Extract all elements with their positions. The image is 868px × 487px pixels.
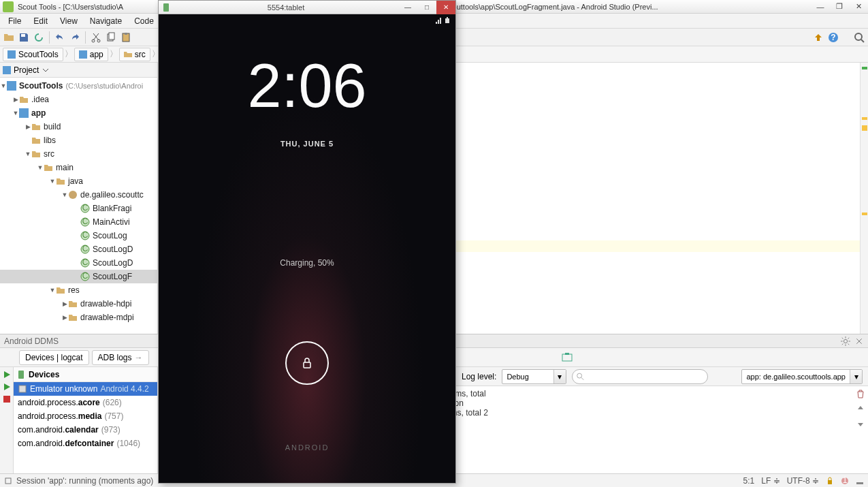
scroll-up-icon[interactable] [856,404,865,413]
emu-minimize-button[interactable]: — [398,1,417,14]
hide-icon[interactable] [854,336,864,346]
tree-node[interactable]: CScoutLogF [0,270,157,283]
help-icon[interactable]: ? [827,31,839,44]
status-icon [4,477,12,485]
project-panel-header[interactable]: Project [0,63,157,78]
expand-icon[interactable]: ▶ [25,123,31,130]
screenshot-icon[interactable] [562,352,573,363]
stop-icon[interactable] [2,394,12,404]
process-row[interactable]: android.process.acore (626) [14,396,157,409]
tree-node[interactable]: CScoutLogD [0,242,157,256]
app-filter-combo[interactable]: app: de.galileo.scouttools.app ▾ [741,369,863,384]
menu-view[interactable]: View [54,15,83,27]
expand-icon[interactable]: ▼ [49,287,56,294]
tree-root[interactable]: ▼ ScoutTools (C:\Users\studio\Androi [0,79,157,93]
chevron-down-icon[interactable] [42,66,50,74]
tree-node[interactable]: ▼main [0,161,157,174]
expand-icon[interactable]: ▶ [61,300,68,307]
tree-node[interactable]: ▶drawable-hdpi [0,297,157,311]
tab-devices-logcat[interactable]: Devices | logcat [19,350,89,365]
crumb-app[interactable]: app [74,48,108,61]
tree-node[interactable]: ▶drawable-mdpi [0,311,157,324]
emulator-titlebar[interactable]: 5554:tablet — □ ✕ [159,1,455,14]
device-row[interactable]: Emulator unknown Android 4.4.2 [14,382,157,396]
minimize-button[interactable]: — [811,0,830,14]
logcat-search-input[interactable] [587,373,703,381]
prev-highlight-icon[interactable] [812,31,824,44]
gear-icon[interactable] [841,336,850,346]
svg-text:?: ? [831,33,835,42]
process-row[interactable]: com.android.calendar (973) [14,423,157,437]
chevron-down-icon[interactable]: ▾ [553,370,566,383]
chevron-down-icon[interactable]: ▾ [850,370,862,383]
tree-node[interactable]: ▶.idea [0,93,157,106]
process-row[interactable]: android.process.media (757) [14,409,157,423]
file-encoding[interactable]: UTF-8 ≑ [787,476,819,486]
maximize-button[interactable]: ❐ [830,0,849,14]
emulator-window[interactable]: 5554:tablet — □ ✕ 2:06 THU, JUNE 5 Charg… [158,0,456,484]
menu-navigate[interactable]: Navigate [84,15,127,27]
menu-code[interactable]: Code [129,15,159,27]
class-icon: C [80,231,90,240]
emulator-statusbar [436,17,451,24]
tree-node[interactable]: ▼de.galileo.scouttc [0,188,157,202]
svg-rect-15 [19,108,29,118]
scroll-down-icon[interactable] [856,419,865,428]
tree-node[interactable]: ▼app [0,106,157,120]
emu-maximize-button[interactable]: □ [417,1,436,14]
tree-node[interactable]: ▶build [0,120,157,133]
logcat-search[interactable] [572,369,708,384]
tree-hint: (C:\Users\studio\Androi [65,82,143,90]
undo-icon[interactable] [54,31,66,44]
expand-icon[interactable]: ▼ [0,82,7,89]
tree-node[interactable]: ▼java [0,174,157,188]
save-icon[interactable] [18,31,30,44]
caret-position[interactable]: 5:1 [743,476,755,486]
process-row[interactable]: com.android.defcontainer (1046) [14,437,157,450]
tree-node[interactable]: CScoutLogD [0,256,157,270]
project-tree[interactable]: ▼ ScoutTools (C:\Users\studio\Androi ▶.i… [0,78,157,334]
menu-file[interactable]: File [3,15,27,27]
emulator-screen[interactable]: 2:06 THU, JUNE 5 Charging, 50% ANDROID [159,14,455,483]
svg-line-10 [861,40,864,42]
lock-ring[interactable] [285,341,329,385]
expand-icon[interactable]: ▼ [61,191,68,198]
expand-icon[interactable]: ▼ [25,151,31,157]
run-icon[interactable] [2,370,12,379]
copy-icon[interactable] [105,31,117,44]
expand-icon[interactable]: ▼ [37,164,44,171]
tree-node[interactable]: ▼res [0,283,157,297]
redo-icon[interactable] [69,31,81,44]
line-separator[interactable]: LF ≑ [761,476,779,486]
cut-icon[interactable] [90,31,102,44]
inspection-icon[interactable]: 1 [841,477,849,485]
log-level-combo[interactable]: Debug ▾ [502,369,566,384]
svg-text:1: 1 [843,477,848,485]
run-again-icon[interactable] [2,382,12,392]
expand-icon[interactable]: ▼ [12,110,19,116]
menu-edit[interactable]: Edit [28,15,53,27]
paste-icon[interactable] [120,31,132,44]
crumb-sep-icon: 〉 [65,48,73,60]
crumb-project[interactable]: ScoutTools [3,48,63,61]
expand-icon[interactable]: ▶ [12,96,19,103]
crumb-src[interactable]: src [119,48,150,61]
emu-close-button[interactable]: ✕ [436,1,455,14]
folder-icon [68,313,78,322]
search-icon[interactable] [853,31,865,44]
expand-icon[interactable]: ▶ [61,314,68,321]
memory-icon[interactable] [856,477,864,485]
expand-icon[interactable]: ▼ [49,178,56,185]
tree-node[interactable]: ▼src [0,147,157,161]
close-button[interactable]: ✕ [849,0,868,14]
tree-node[interactable]: CBlankFragi [0,202,157,215]
tree-node[interactable]: CScoutLog [0,229,157,242]
lock-icon[interactable] [826,477,834,485]
clear-log-icon[interactable] [856,389,865,398]
tree-node[interactable]: libs [0,133,157,147]
sync-icon[interactable] [33,31,45,44]
open-icon[interactable] [3,31,15,44]
svg-rect-42 [163,3,169,12]
tab-adb-logs[interactable]: ADB logs→ [92,350,149,365]
tree-node[interactable]: CMainActivi [0,215,157,229]
